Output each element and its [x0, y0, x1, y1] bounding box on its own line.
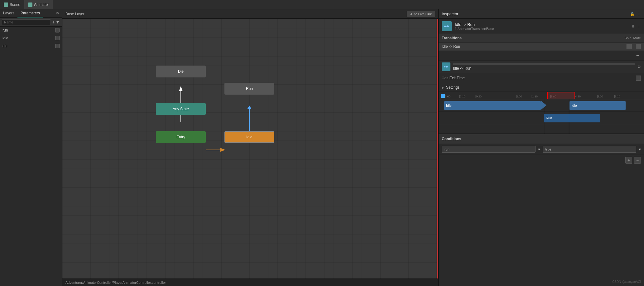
param-item-die[interactable]: die [0, 42, 62, 50]
tab-scene-label: Scene [10, 2, 20, 7]
param-checkbox-idle[interactable] [55, 36, 60, 40]
transition-detail-icon [442, 62, 450, 71]
param-item-run[interactable]: run [0, 27, 62, 34]
transition-sub: 1 AnimatorTransitionBase [455, 27, 494, 31]
track-row-2: Run [439, 112, 644, 124]
transition-detail-header: Idle -> Run ⚙ [439, 61, 644, 73]
svg-marker-7 [447, 25, 449, 27]
main-layout: Layers Parameters 👁 + ▾ run idle die [0, 9, 644, 286]
timeline: |0:00 |0:10 |0:20 |1:00 |1:10 |1:s0 |4:2… [439, 92, 644, 134]
add-param-button[interactable]: + ▾ [51, 19, 60, 25]
condition-value-select[interactable]: true false [543, 146, 637, 153]
param-name-die: die [2, 44, 55, 48]
transitions-section-header: Transitions Solo Mute [439, 34, 644, 42]
condition-dropdown-icon-1: ▾ [538, 147, 540, 152]
param-name-idle: idle [2, 36, 55, 40]
state-run[interactable]: Run [224, 83, 274, 95]
transition-detail-name: Idle -> Run [453, 66, 471, 71]
eye-icon[interactable]: 👁 [53, 9, 62, 17]
inspector-lock-icon[interactable]: 🔒 [630, 12, 635, 16]
mute-checkbox[interactable] [636, 44, 641, 49]
condition-row: run idle die ▾ true false ▾ [439, 144, 644, 155]
search-bar: + ▾ [0, 18, 62, 27]
param-name-run: run [2, 28, 55, 32]
transition-triangle [541, 101, 546, 110]
add-condition-button[interactable]: + [625, 157, 632, 164]
settings-row[interactable]: ▶ Settings [439, 83, 644, 92]
transitions-section-title: Transitions [442, 36, 625, 40]
state-any-state[interactable]: Any State [156, 103, 206, 115]
ruler-1-10: |1:10 [531, 95, 538, 98]
transition-main-icon [442, 21, 452, 31]
timeline-ruler[interactable]: |0:00 |0:10 |0:20 |1:00 |1:10 |1:s0 |4:2… [439, 92, 644, 99]
has-exit-label: Has Exit Time [442, 76, 636, 80]
ruler-2-10: |2:10 [614, 95, 620, 98]
timeline-block-idle-2[interactable]: Idle [570, 101, 626, 110]
animator-canvas[interactable]: Base Layer Auto Live Link [62, 9, 438, 286]
solo-checkbox[interactable] [627, 44, 632, 49]
timeline-block-run[interactable]: Run [544, 114, 600, 122]
tab-animator[interactable]: Animator [24, 0, 53, 9]
condition-param-select[interactable]: run idle die [442, 146, 536, 153]
state-die[interactable]: Die [156, 66, 206, 77]
tab-layers[interactable]: Layers [0, 9, 17, 17]
inspector-header-icons: ⇅ ⋮ [632, 24, 641, 28]
transition-info-text: Idle -> Run 1 AnimatorTransitionBase [455, 22, 494, 31]
playhead[interactable] [441, 94, 445, 98]
svg-marker-11 [446, 66, 448, 67]
state-idle[interactable]: Idle [224, 131, 274, 143]
inspector-more-icon[interactable]: ⋮ [637, 12, 641, 16]
left-tabs: Layers Parameters 👁 [0, 9, 62, 18]
right-edge-bar [437, 19, 438, 279]
state-entry[interactable]: Entry [156, 131, 206, 143]
svg-marker-3 [248, 106, 251, 109]
svg-rect-8 [444, 66, 445, 67]
param-checkbox-die[interactable] [55, 44, 60, 48]
mute-label: Mute [633, 36, 641, 40]
transition-info: Idle -> Run 1 AnimatorTransitionBase ⇅ ⋮ [439, 19, 644, 34]
timeline-block-idle[interactable]: Idle [444, 101, 541, 110]
tab-parameters[interactable]: Parameters [17, 9, 43, 17]
param-list: run idle die [0, 27, 62, 286]
transition-row-name: Idle -> Run [442, 44, 625, 49]
solo-mute-labels: Solo Mute [625, 36, 641, 40]
condition-dropdown-icon-2: ▾ [639, 147, 641, 152]
conditions-section: Conditions run idle die ▾ true false ▾ +… [439, 134, 644, 165]
param-checkbox-run[interactable] [55, 28, 60, 32]
settings-arrow-icon: ▶ [442, 86, 444, 89]
minus-row: − [439, 51, 644, 61]
condition-add-remove: + − [439, 155, 644, 165]
conditions-title: Conditions [442, 137, 641, 141]
ruler-0-00: |0:00 [444, 95, 450, 98]
tab-scene[interactable]: Scene [0, 0, 24, 9]
timeline-red-highlight [547, 92, 575, 99]
inspector-expand-icon[interactable]: ⇅ [632, 24, 635, 28]
remove-transition-button[interactable]: − [634, 52, 641, 59]
ruler-0-10: |0:10 [459, 95, 465, 98]
solo-label: Solo [625, 36, 632, 40]
animator-icon [28, 2, 32, 7]
gear-icon[interactable]: ⚙ [637, 65, 641, 69]
breadcrumb: Base Layer [65, 12, 84, 16]
left-panel: Layers Parameters 👁 + ▾ run idle die [0, 9, 62, 286]
search-input[interactable] [2, 19, 51, 25]
param-item-idle[interactable]: idle [0, 34, 62, 42]
conditions-header: Conditions [439, 134, 644, 144]
canvas-header: Base Layer Auto Live Link [62, 9, 438, 19]
has-exit-row: Has Exit Time [439, 73, 644, 83]
remove-condition-button[interactable]: − [634, 157, 641, 164]
transition-row-idle-run[interactable]: Idle -> Run [439, 42, 644, 51]
ruler-1-20: |4:20 [574, 95, 581, 98]
has-exit-checkbox[interactable] [636, 76, 641, 81]
tab-animator-label: Animator [34, 2, 49, 7]
path-bar: Adventurer/AnimatorController/PlayerAnim… [62, 279, 438, 286]
top-bar: Scene Animator [0, 0, 644, 9]
auto-live-button[interactable]: Auto Live Link [407, 11, 435, 17]
ruler-2-00: |2:00 [597, 95, 603, 98]
settings-label: Settings [446, 85, 459, 90]
inspector-menu-icon[interactable]: ⋮ [637, 24, 641, 28]
watermark: CSDN @xiaoyaoACl [612, 280, 641, 284]
scene-icon [4, 2, 8, 7]
inspector-panel: Inspector 🔒 ⋮ Idle -> Run 1 AnimatorTran… [438, 9, 644, 286]
track-row-1: Idle Idle [439, 99, 644, 112]
